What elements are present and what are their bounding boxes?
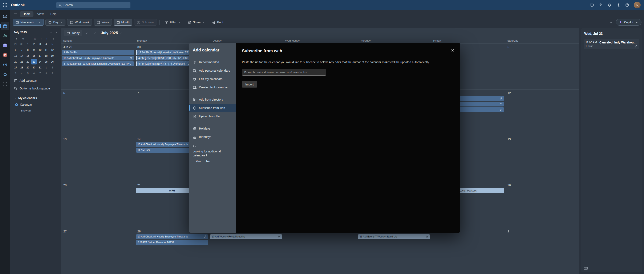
dialog-nav-create-blank-calendar[interactable]: Create blank calendar (189, 83, 236, 92)
meet-now-icon[interactable] (590, 3, 594, 7)
today-button[interactable]: Today (64, 30, 82, 36)
dialog-nav-edit-my-calendars[interactable]: Edit my calendars (189, 75, 236, 83)
search-bar[interactable] (56, 2, 130, 8)
mini-calendar-title[interactable]: July 2025 (14, 31, 49, 34)
view-week-button[interactable]: Week (94, 19, 112, 26)
mini-calendar-day[interactable]: 18 (43, 53, 49, 59)
mini-calendar-day[interactable]: 29 (12, 41, 19, 47)
calendar-list-item[interactable]: Calendar (12, 101, 58, 108)
mini-calendar-day[interactable]: 3 (37, 41, 43, 47)
dialog-nav-add-from-directory[interactable]: Add from directory (189, 95, 236, 104)
yes-button[interactable]: Yes (196, 159, 201, 163)
mini-calendar-day[interactable]: 17 (37, 53, 43, 59)
copilot-top-icon[interactable] (598, 3, 603, 7)
mini-calendar-day[interactable]: 4 (43, 41, 49, 47)
view-month-button[interactable]: Month (114, 19, 132, 26)
mini-calendar-day[interactable]: 8 (25, 47, 31, 53)
mini-calendar-day[interactable]: 5 (25, 71, 31, 76)
mini-calendar-day[interactable]: 23 (31, 59, 37, 64)
day-cell[interactable]: 19 (505, 136, 579, 182)
keyboard-icon[interactable] (584, 266, 588, 271)
calendar-url-input[interactable] (242, 69, 326, 76)
mini-calendar-day[interactable]: 7 (37, 71, 43, 76)
tab-home[interactable]: Home (20, 11, 34, 17)
mini-calendar-day[interactable]: 1 (43, 65, 49, 70)
mini-calendar-next-icon[interactable] (55, 31, 58, 34)
mini-calendar-day[interactable]: 6 (31, 71, 37, 76)
current-month-button[interactable]: July 2025 (101, 31, 122, 35)
mini-calendar-day[interactable]: 5 (49, 41, 55, 47)
day-cell[interactable]: 13 (61, 136, 135, 182)
share-button[interactable]: Share (185, 19, 208, 26)
import-button[interactable]: Import (242, 81, 257, 88)
mini-calendar-day[interactable]: 2 (49, 65, 55, 70)
mini-calendar-day[interactable]: 3 (12, 71, 19, 76)
user-avatar[interactable] (634, 2, 641, 8)
mini-calendar-day[interactable]: 22 (25, 59, 31, 64)
mini-calendar-day[interactable]: 25 (43, 59, 49, 64)
mini-calendar-day[interactable]: 1 (25, 41, 31, 47)
prev-period-button[interactable] (84, 30, 90, 36)
my-calendars-toggle[interactable]: My calendars (12, 95, 58, 101)
event-chip[interactable]: 8 AM SHRM (62, 50, 134, 55)
mini-calendar-day[interactable]: 14 (19, 53, 25, 59)
day-cell[interactable]: 12 (505, 90, 579, 136)
event-chip[interactable]: 11 AM Event IT Weekly Stand-Up (358, 234, 430, 239)
day-cell[interactable]: 3111 AM Event IT Weekly Stand-Up (357, 228, 431, 274)
new-event-button[interactable]: New event (12, 19, 44, 26)
mini-calendar-day[interactable]: 15 (25, 53, 31, 59)
event-chip[interactable]: 10 AM Check All Hourly Employee Timecard… (136, 234, 208, 239)
rail-apps-button[interactable] (1, 80, 9, 88)
mini-calendar-day[interactable]: 31 (37, 65, 43, 70)
mini-calendar-day[interactable]: 26 (49, 59, 55, 64)
day-cell[interactable]: Jun 298 AM SHRM10 AM Check All Hourly Em… (61, 44, 135, 89)
rail-people-button[interactable] (1, 31, 9, 40)
rail-calendar-button[interactable] (1, 22, 9, 30)
mini-calendar-day[interactable]: 2 (31, 41, 37, 47)
mini-calendar-day[interactable]: 11 (43, 47, 49, 53)
event-chip[interactable]: 10 AM Check All Hourly Employee Timecard… (62, 56, 134, 60)
day-cell[interactable]: 5 (505, 44, 579, 89)
mini-calendar-prev-icon[interactable] (49, 31, 52, 34)
show-all-link[interactable]: Show all (12, 108, 58, 113)
chevron-down-icon[interactable] (38, 21, 41, 24)
day-cell[interactable]: 2810 AM Check All Hourly Employee Timeca… (135, 228, 209, 274)
agenda-event-card[interactable]: 11:00 AM Canceled: Indy Warehouse O... 1… (584, 39, 639, 49)
mini-calendar-day[interactable]: 9 (31, 47, 37, 53)
event-chip[interactable]: 3 PM [External] Fw: SHRM25 LinkedIn Live… (62, 61, 134, 66)
dialog-nav-birthdays[interactable]: Birthdays (189, 133, 236, 141)
mini-calendar-day[interactable]: 4 (19, 71, 25, 76)
search-input[interactable] (64, 3, 122, 7)
mini-calendar-day[interactable]: 19 (49, 53, 55, 59)
day-cell[interactable]: Aug 1 (431, 228, 505, 274)
mini-calendar-day[interactable]: 9 (49, 71, 55, 76)
mini-calendar-day[interactable]: 16 (31, 53, 37, 59)
mini-calendar-day[interactable]: 28 (19, 65, 25, 70)
add-calendar-link[interactable]: Add calendar (12, 77, 58, 84)
day-cell[interactable]: 26 (505, 182, 579, 228)
alerts-icon[interactable] (608, 3, 612, 7)
dialog-nav-subscribe-from-web[interactable]: Subscribe from web (189, 104, 236, 112)
rail-todo-button[interactable] (1, 60, 9, 69)
event-chip[interactable]: 10 AM Weekly Rental Meeting (210, 234, 282, 239)
tab-view[interactable]: View (34, 11, 46, 17)
day-cell[interactable]: 20 (61, 182, 135, 228)
mini-calendar-day[interactable]: 30 (19, 41, 25, 47)
dialog-nav-recommended[interactable]: Recommended (189, 58, 236, 66)
mini-calendar-day[interactable]: 6 (12, 47, 19, 53)
view-work-week-button[interactable]: Work week (67, 19, 92, 26)
view-split-view-button[interactable]: Split view (134, 19, 157, 26)
mini-calendar-day[interactable]: 10 (37, 47, 43, 53)
day-cell[interactable]: 6 (61, 90, 135, 136)
mini-calendar-day[interactable]: 8 (43, 71, 49, 76)
mini-calendar-day[interactable]: 13 (12, 53, 19, 59)
app-launcher-button[interactable] (0, 0, 10, 10)
filter-button[interactable]: Filter (162, 19, 184, 26)
mini-calendar-day[interactable]: 24 (37, 59, 43, 64)
collapse-ribbon-icon[interactable] (609, 20, 613, 24)
tab-help[interactable]: Help (47, 11, 59, 17)
booking-page-link[interactable]: Go to my booking page (12, 85, 58, 92)
view-day-button[interactable]: Day (46, 19, 66, 26)
mini-calendar-day[interactable]: 20 (12, 59, 19, 64)
dialog-nav-holidays[interactable]: Holidays (189, 124, 236, 133)
